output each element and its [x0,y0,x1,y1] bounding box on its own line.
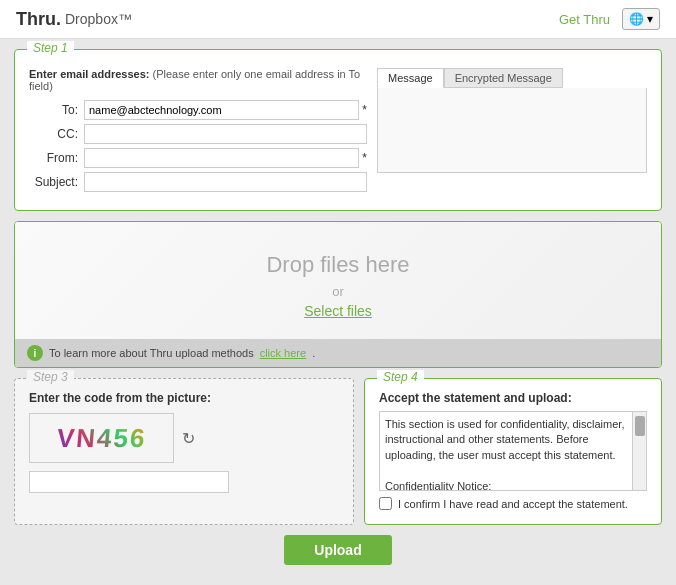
confirm-label: I confirm I have read and accept the sta… [398,498,628,510]
step1-right: Message Encrypted Message [377,68,647,196]
globe-icon: 🌐 [629,12,644,26]
upload-row: Upload [14,535,662,565]
main-content: Step 1 Enter email addresses: (Please en… [0,39,676,575]
language-selector[interactable]: 🌐 ▾ [622,8,660,30]
confirm-row: I confirm I have read and accept the sta… [379,497,647,510]
to-label: To: [29,103,84,117]
step1-desc: Enter email addresses: (Please enter onl… [29,68,367,92]
subject-input[interactable] [84,172,367,192]
cc-input[interactable] [84,124,367,144]
captcha-text: VN456 [55,423,147,454]
confidentiality-notice: Confidentiality Notice: [385,480,491,491]
drop-files-text: Drop files here [35,252,641,278]
step1-label: Step 1 [27,41,74,55]
info-suffix: . [312,347,315,359]
info-text: To learn more about Thru upload methods [49,347,254,359]
cc-row: CC: [29,124,367,144]
logo-thru-text: Thru. [16,9,61,30]
drop-area[interactable]: Drop files here or Select files [15,222,661,339]
step3-label: Step 3 [27,370,74,384]
scroll-thumb [635,416,645,436]
captcha-image: VN456 [29,413,174,463]
step3-box: Step 3 Enter the code from the picture: … [14,378,354,525]
captcha-desc: Enter the code from the picture: [29,391,339,405]
step4-box: Step 4 Accept the statement and upload: … [364,378,662,525]
captcha-refresh-icon[interactable]: ↻ [182,429,195,448]
accept-desc: Accept the statement and upload: [379,391,647,405]
logo: Thru. Dropbox™ [16,9,132,30]
statement-area: This section is used for confidentiality… [379,411,647,491]
subject-row: Subject: [29,172,367,192]
logo-dropbox-text: Dropbox™ [65,11,132,27]
upload-info-bar: i To learn more about Thru upload method… [15,339,661,367]
info-icon: i [27,345,43,361]
header: Thru. Dropbox™ Get Thru 🌐 ▾ [0,0,676,39]
get-thru-link[interactable]: Get Thru [559,12,610,27]
header-right: Get Thru 🌐 ▾ [559,8,660,30]
step1-desc-bold: Enter email addresses: [29,68,149,80]
step1-box: Step 1 Enter email addresses: (Please en… [14,49,662,211]
to-row: To: * [29,100,367,120]
message-textarea[interactable] [377,88,647,173]
chevron-down-icon: ▾ [647,12,653,26]
confirm-checkbox[interactable] [379,497,392,510]
subject-label: Subject: [29,175,84,189]
steps-row: Step 3 Enter the code from the picture: … [14,378,662,525]
step4-label: Step 4 [377,370,424,384]
from-label: From: [29,151,84,165]
statement-scrollbar[interactable] [633,411,647,491]
statement-text: This section is used for confidentiality… [379,411,633,491]
statement-body: This section is used for confidentiality… [385,418,624,461]
to-required: * [362,103,367,117]
captcha-area: VN456 ↻ [29,413,339,463]
click-here-link[interactable]: click here [260,347,306,359]
captcha-input[interactable] [29,471,229,493]
from-row: From: * [29,148,367,168]
cc-label: CC: [29,127,84,141]
from-required: * [362,151,367,165]
step1-left: Enter email addresses: (Please enter onl… [29,68,367,196]
drop-or-text: or [35,284,641,299]
select-files-link[interactable]: Select files [304,303,372,319]
to-input[interactable] [84,100,359,120]
tab-message[interactable]: Message [377,68,444,88]
step2-box: Step 2 Drop files here or Select files i… [14,221,662,368]
tab-encrypted-message[interactable]: Encrypted Message [444,68,563,88]
upload-button[interactable]: Upload [284,535,391,565]
message-tabs: Message Encrypted Message [377,68,647,88]
from-input[interactable] [84,148,359,168]
